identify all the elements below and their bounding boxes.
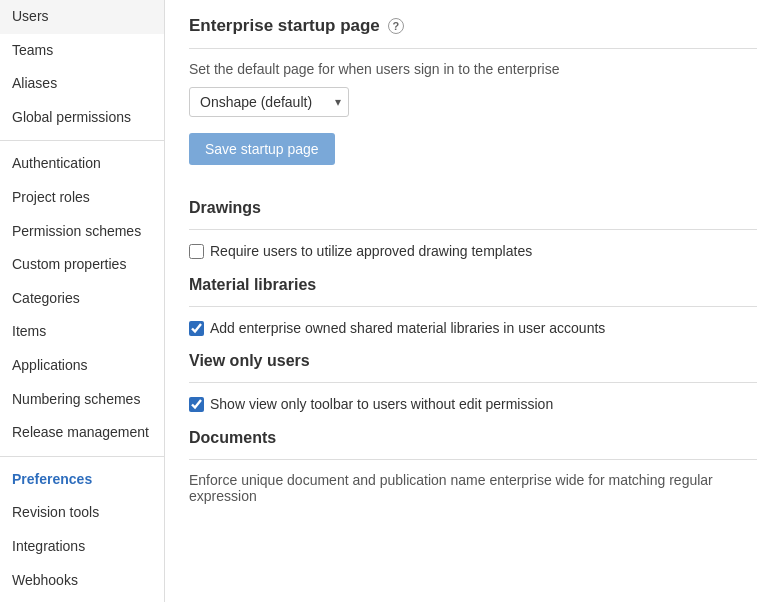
sidebar-item-global-permissions[interactable]: Global permissions (0, 101, 164, 135)
sidebar-item-aliases[interactable]: Aliases (0, 67, 164, 101)
startup-dropdown-wrapper: Onshape (default) ▾ (189, 87, 349, 117)
sidebar-item-custom-properties[interactable]: Custom properties (0, 248, 164, 282)
sidebar-item-applications[interactable]: Applications (0, 349, 164, 383)
section-divider-view-only-users (189, 382, 757, 383)
text-enforce-unique-doc: Enforce unique document and publication … (189, 472, 757, 504)
section-divider-material-libraries (189, 306, 757, 307)
section-title-drawings: Drawings (189, 199, 757, 217)
checkbox-show-view-only-toolbar[interactable] (189, 397, 204, 412)
sidebar-item-release-management[interactable]: Release management (0, 416, 164, 450)
section-divider-documents (189, 459, 757, 460)
sidebar-divider (0, 456, 164, 457)
sidebar-item-categories[interactable]: Categories (0, 282, 164, 316)
sidebar-item-preferences[interactable]: Preferences (0, 463, 164, 497)
sidebar-item-numbering-schemes[interactable]: Numbering schemes (0, 383, 164, 417)
checkbox-label-require-templates: Require users to utilize approved drawin… (210, 242, 532, 262)
save-startup-button[interactable]: Save startup page (189, 133, 335, 165)
sidebar-item-authentication[interactable]: Authentication (0, 147, 164, 181)
sidebar-item-teams[interactable]: Teams (0, 34, 164, 68)
title-divider (189, 48, 757, 49)
startup-page-select[interactable]: Onshape (default) (189, 87, 349, 117)
sidebar-item-items[interactable]: Items (0, 315, 164, 349)
checkbox-row-add-material-libraries: Add enterprise owned shared material lib… (189, 319, 757, 339)
checkbox-label-add-material-libraries: Add enterprise owned shared material lib… (210, 319, 605, 339)
sidebar-item-arena[interactable]: Arena (0, 597, 164, 602)
checkbox-row-require-templates: Require users to utilize approved drawin… (189, 242, 757, 262)
checkbox-label-show-view-only-toolbar: Show view only toolbar to users without … (210, 395, 553, 415)
startup-subtitle: Set the default page for when users sign… (189, 61, 757, 77)
main-content: Enterprise startup page ? Set the defaul… (165, 0, 781, 602)
sidebar: UsersTeamsAliasesGlobal permissionsAuthe… (0, 0, 165, 602)
checkbox-require-templates[interactable] (189, 244, 204, 259)
section-title-documents: Documents (189, 429, 757, 447)
sidebar-item-project-roles[interactable]: Project roles (0, 181, 164, 215)
section-title-view-only-users: View only users (189, 352, 757, 370)
sidebar-item-integrations[interactable]: Integrations (0, 530, 164, 564)
section-divider-drawings (189, 229, 757, 230)
sidebar-item-users[interactable]: Users (0, 0, 164, 34)
section-title-material-libraries: Material libraries (189, 276, 757, 294)
checkbox-add-material-libraries[interactable] (189, 321, 204, 336)
checkbox-row-show-view-only-toolbar: Show view only toolbar to users without … (189, 395, 757, 415)
help-icon[interactable]: ? (388, 18, 404, 34)
sidebar-item-webhooks[interactable]: Webhooks (0, 564, 164, 598)
sidebar-item-permission-schemes[interactable]: Permission schemes (0, 215, 164, 249)
page-title: Enterprise startup page (189, 16, 380, 36)
sections-container: DrawingsRequire users to utilize approve… (189, 199, 757, 504)
sidebar-divider (0, 140, 164, 141)
sidebar-item-revision-tools[interactable]: Revision tools (0, 496, 164, 530)
